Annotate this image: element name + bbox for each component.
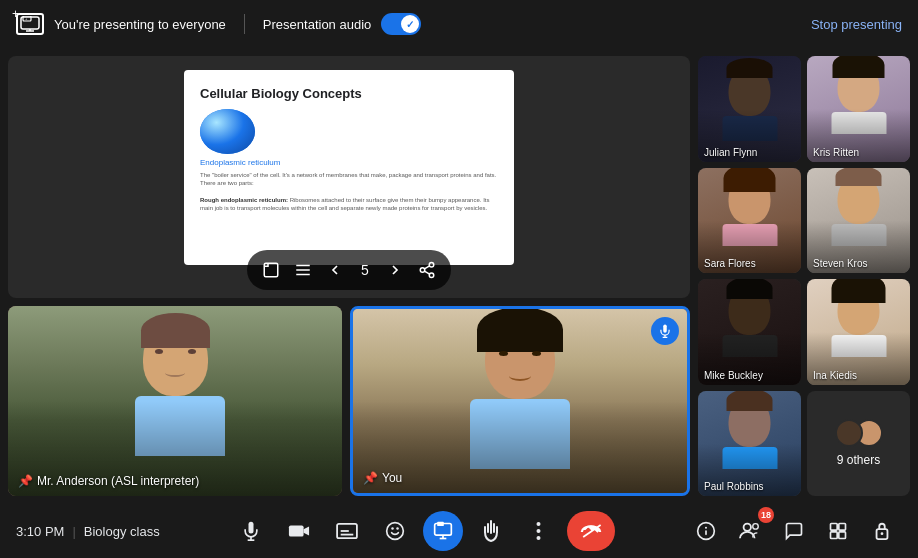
kris-name: Kris Ritten [813,147,859,158]
people-button-container[interactable]: 18 [730,511,770,551]
svg-point-24 [391,527,394,530]
class-label: Biology class [84,524,160,539]
participant-grid: Julian Flynn Kris Ritten [698,48,918,504]
mini-avatar-1 [835,419,863,447]
others-count: 9 others [837,453,880,467]
presenting-text: You're presenting to everyone [54,17,226,32]
ina-name: Ina Kiedis [813,370,857,381]
tile-anderson[interactable]: 📌 Mr. Anderson (ASL interpreter) [8,306,342,496]
presenting-info: + You're presenting to everyone Presenta… [16,13,811,35]
people-badge: 18 [758,507,774,523]
tile-kris[interactable]: Kris Ritten [807,56,910,162]
main-content: Cellular Biology Concepts Endoplasmic re… [0,48,918,504]
slide-content: Cellular Biology Concepts Endoplasmic re… [184,70,514,265]
stop-presenting-button[interactable]: Stop presenting [811,17,902,32]
svg-marker-19 [303,526,309,535]
slide-subtitle: Endoplasmic reticulum [200,158,498,167]
svg-point-30 [537,522,541,526]
slide-menu-button[interactable] [287,254,319,286]
slide-title: Cellular Biology Concepts [200,86,498,101]
mic-button[interactable] [231,511,271,551]
tile-mike[interactable]: Mike Buckley [698,279,801,385]
mike-name: Mike Buckley [704,370,763,381]
slide-body-text: The "boiler service" of the cell. It's a… [200,171,498,213]
tile-others[interactable]: 9 others [807,391,910,497]
current-time: 3:10 PM [16,524,64,539]
svg-point-36 [744,524,751,531]
steven-name: Steven Kros [813,258,867,269]
others-avatars [835,419,883,447]
tile-steven[interactable]: Steven Kros [807,168,910,274]
you-overlay [353,309,687,493]
info-button[interactable] [686,511,726,551]
share-slide-button[interactable] [411,254,443,286]
anderson-name: 📌 Mr. Anderson (ASL interpreter) [18,474,199,488]
expand-slide-button[interactable] [255,254,287,286]
header-divider [244,14,245,34]
svg-rect-29 [437,522,444,526]
time-class-info: 3:10 PM | Biology class [16,524,160,539]
you-pin-icon: 📌 [363,471,378,485]
slide-prev-button[interactable] [319,254,351,286]
top-bar: + You're presenting to everyone Presenta… [0,0,918,48]
right-controls: 18 [686,511,902,551]
slide-next-button[interactable] [379,254,411,286]
svg-rect-40 [831,532,838,539]
svg-point-31 [537,529,541,533]
paul-name: Paul Robbins [704,481,763,492]
toggle-knob [401,15,419,33]
svg-point-23 [387,523,404,540]
audio-label: Presentation audio [263,17,371,32]
tile-paul[interactable]: Paul Robbins [698,391,801,497]
speaking-indicator [651,317,679,345]
svg-point-25 [396,527,399,530]
reactions-button[interactable] [375,511,415,551]
you-name: 📌 You [363,471,402,485]
svg-rect-38 [831,524,838,531]
present-button[interactable] [423,511,463,551]
tile-sara[interactable]: Sara Flores [698,168,801,274]
tile-ina[interactable]: Ina Kiedis [807,279,910,385]
security-button[interactable] [862,511,902,551]
video-tiles: 📌 Mr. Anderson (ASL interpreter) [8,306,690,496]
tile-julian[interactable]: Julian Flynn [698,56,801,162]
svg-point-10 [420,268,425,273]
slide-container: Cellular Biology Concepts Endoplasmic re… [8,56,690,298]
svg-point-37 [753,524,759,530]
raise-hand-button[interactable] [471,511,511,551]
bottom-bar: 3:10 PM | Biology class [0,504,918,558]
slide-page-number: 5 [351,262,379,278]
pin-icon: 📌 [18,474,33,488]
slide-controls: 5 [247,250,451,290]
end-call-button[interactable] [567,511,615,551]
tile-you[interactable]: 📌 You [350,306,690,496]
svg-rect-41 [839,532,846,539]
svg-point-32 [537,536,541,540]
audio-toggle[interactable] [381,13,421,35]
svg-rect-5 [264,263,278,277]
svg-point-11 [429,273,434,278]
svg-point-9 [429,263,434,268]
more-options-button[interactable] [519,511,559,551]
svg-line-12 [424,271,429,274]
present-screen-icon: + [16,13,44,35]
captions-button[interactable] [327,511,367,551]
svg-rect-18 [289,526,304,537]
cell-diagram-image [200,109,255,154]
anderson-overlay [8,306,342,496]
bottom-controls [160,511,686,551]
sara-name: Sara Flores [704,258,756,269]
camera-button[interactable] [279,511,319,551]
activities-button[interactable] [818,511,858,551]
svg-line-13 [424,266,429,269]
svg-point-43 [881,532,884,535]
svg-rect-39 [839,524,846,531]
chat-button[interactable] [774,511,814,551]
left-side: Cellular Biology Concepts Endoplasmic re… [0,48,698,504]
svg-rect-0 [21,17,39,29]
julian-name: Julian Flynn [704,147,757,158]
